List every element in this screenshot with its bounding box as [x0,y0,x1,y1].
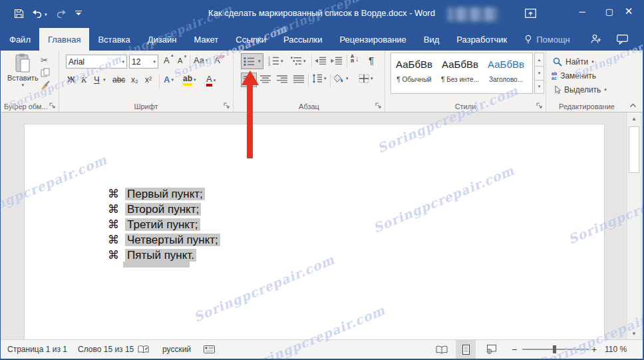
paste-button[interactable]: Вставить ▾ [7,53,39,88]
selection-tail [123,262,190,268]
increase-indent-icon[interactable] [331,57,343,65]
tab-file[interactable]: Файл [1,28,39,51]
zoom-in-button[interactable]: + [591,340,597,359]
tab-layout[interactable]: Макет [185,28,227,51]
text-effects-button[interactable]: А▾ [164,75,174,85]
document-page[interactable]: ⌘Первый пункт; ⌘Второй пункт; ⌘Третий пу… [24,124,605,343]
styles-scroll-up-icon[interactable]: ▲ [534,53,544,67]
zoom-out-button[interactable]: − [512,340,517,359]
tab-references[interactable]: Ссылки [227,28,275,51]
collapse-ribbon-icon[interactable] [629,103,637,108]
show-marks-button[interactable]: ¶ [369,55,374,66]
list-item[interactable]: ⌘Второй пункт; [108,202,220,217]
styles-more-icon[interactable]: ▼ [534,81,544,94]
tab-review[interactable]: Рецензирование [331,28,414,51]
paragraph-dialog-launcher-icon[interactable] [375,102,382,109]
font-size-combo[interactable]: 12▾ [129,55,158,69]
shading-button[interactable]: ▾ [334,74,349,83]
ribbon-display-options-icon[interactable] [525,9,536,18]
group-label-styles: Стили [385,102,546,110]
minimize-button[interactable]: ─ [567,0,597,23]
list-item[interactable]: ⌘Четвертый пункт; [108,232,220,248]
underline-button[interactable]: Ч [94,75,100,85]
list-item[interactable]: ⌘Пятый пункт. [108,248,220,263]
page-indicator[interactable]: Страница 1 из 1 [7,340,67,359]
language-indicator[interactable]: русский [162,340,191,359]
borders-button[interactable]: ▾ [359,74,373,83]
align-center-button[interactable] [260,75,271,83]
tab-home[interactable]: Главная [39,28,89,51]
underline-dropdown-icon[interactable]: ▾ [103,77,106,83]
tab-mailings[interactable]: Рассылки [275,28,331,51]
select-button[interactable]: Выделить▾ [553,85,607,94]
tab-developer[interactable]: Разработчик [448,28,516,51]
line-spacing-button[interactable]: ▾ [312,74,327,83]
redo-icon[interactable] [57,9,67,18]
format-painter-icon[interactable] [41,81,50,90]
zoom-slider-thumb[interactable] [553,345,556,353]
shrink-font-button[interactable]: А▼ [178,57,182,65]
ribbon: Вставить ▾ ✂ Буфер обм... Arial▾ 12▾ А [1,51,643,112]
tab-tell-me[interactable]: Помощн [516,28,579,51]
change-case-button[interactable]: Аа▾ [194,55,208,65]
vertical-scrollbar[interactable]: ▲ ▼ [627,112,641,339]
find-button[interactable]: Найти▾ [553,57,594,67]
strikethrough-button[interactable]: abc [112,75,125,85]
font-family-combo[interactable]: Arial▾ [66,55,127,69]
read-mode-icon[interactable] [432,340,452,359]
clipboard-dialog-launcher-icon[interactable] [49,102,56,109]
copy-icon[interactable] [41,68,50,77]
cut-icon[interactable]: ✂ [41,55,48,65]
highlight-button[interactable]: ab▾ [183,74,196,86]
style-heading1[interactable]: АаБбВв Заголово... [483,53,529,93]
macro-icon[interactable] [204,340,215,359]
bullets-button[interactable]: ▾ [241,53,263,69]
print-layout-icon[interactable] [456,340,476,359]
style-no-spacing[interactable]: АаБбВв ¶ Без инте... [437,53,483,93]
scroll-up-icon[interactable]: ▲ [627,112,641,124]
zoom-level[interactable]: 110 % [605,340,627,359]
multilevel-list-button[interactable]: ▾ [291,56,306,66]
title-bar: ▾ Как сделать маркированный список в Вор… [1,0,643,28]
clear-formatting-button[interactable]: А [214,55,220,65]
save-icon[interactable] [14,9,24,19]
justify-button[interactable] [293,75,304,83]
undo-icon[interactable] [32,9,42,18]
tab-insert[interactable]: Вставка [89,28,138,51]
window-title: Как сделать маркированный список в Ворде… [1,8,643,18]
share-icon[interactable] [590,34,601,44]
font-dialog-launcher-icon[interactable] [224,102,230,109]
list-item[interactable]: ⌘Третий пункт; [108,217,220,232]
user-account-blurred [448,7,498,21]
tab-design[interactable]: Дизайн [139,28,186,51]
customize-qat-icon[interactable] [75,11,82,15]
grow-font-button[interactable]: А▲ [164,55,170,65]
word-count[interactable]: Слово 15 из 15 [78,340,134,359]
bullet-glyph: ⌘ [108,186,125,202]
align-right-button[interactable] [277,75,287,83]
list-item[interactable]: ⌘Первый пункт; [108,186,220,202]
tab-view[interactable]: Вид [415,28,448,51]
proofing-icon[interactable] [138,340,149,359]
styles-scroll-down-icon[interactable]: ▼ [534,67,544,80]
style-normal[interactable]: АаБбВв ¶ Обычный [391,53,437,93]
italic-button[interactable]: К [81,75,87,85]
group-clipboard: Вставить ▾ ✂ Буфер обм... [1,51,59,112]
scroll-down-icon[interactable]: ▼ [627,327,641,339]
replace-button[interactable]: abac Заменить [552,71,596,81]
bullets-dropdown-icon[interactable]: ▾ [258,59,261,64]
close-button[interactable]: ✕ [614,0,643,23]
subscript-button[interactable]: x₂ [131,75,138,85]
undo-dropdown-icon[interactable]: ▾ [45,12,47,17]
bold-button[interactable]: Ж [67,75,75,85]
sort-button[interactable]: АЯ ↓ [351,54,359,63]
numbering-button[interactable]: 123 ▾ [268,56,283,66]
superscript-button[interactable]: x² [145,75,152,85]
scrollbar-thumb[interactable] [629,126,639,173]
feedback-icon[interactable] [617,35,628,45]
web-layout-icon[interactable] [481,340,501,359]
decrease-indent-icon[interactable] [315,57,327,65]
lightbulb-icon [524,35,532,45]
styles-dialog-launcher-icon[interactable] [536,102,543,109]
font-color-button[interactable]: А▾ [206,74,216,87]
